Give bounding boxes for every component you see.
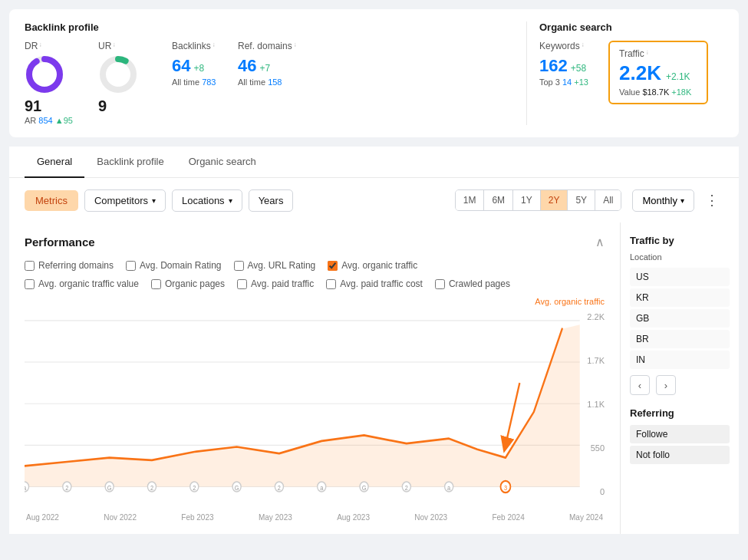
checkboxes-row-2: Avg. organic traffic value Organic pages… [25, 278, 605, 289]
traffic-value-sub: Value $18.7K +18K [619, 87, 697, 97]
ref-domains-value: 46 [238, 56, 256, 76]
ur-donut-chart [98, 54, 138, 94]
ref-domains-block: Ref. domains ⁱ 46 +7 All time 158 [238, 41, 296, 87]
organic-section: Organic search Keywords ⁱ 162 +58 Top 3 … [539, 21, 723, 125]
svg-text:2: 2 [405, 484, 409, 492]
time-6m-button[interactable]: 6M [484, 190, 513, 210]
cb-avg-organic-traffic-value[interactable]: Avg. organic traffic value [25, 278, 139, 289]
backlink-title: Backlink profile [25, 21, 296, 33]
time-5y-button[interactable]: 5Y [568, 190, 595, 210]
cb-avg-paid-traffic[interactable]: Avg. paid traffic [237, 278, 314, 289]
svg-text:2: 2 [193, 484, 196, 492]
time-2y-button[interactable]: 2Y [541, 190, 568, 210]
prev-location-button[interactable]: ‹ [630, 375, 650, 395]
controls-row: Metrics Competitors ▾ Locations ▾ Years … [9, 178, 739, 222]
backlinks-sub: All time 783 [172, 77, 226, 87]
right-panel: Traffic by Location US KR GB BR IN ‹ › R… [620, 222, 739, 534]
svg-text:3: 3 [504, 484, 508, 492]
monthly-button[interactable]: Monthly ▾ [632, 189, 694, 212]
main-area: Performance ∧ Referring domains Avg. Dom… [9, 222, 739, 534]
backlink-section: Backlink profile DR ⁱ 91 AR 85 [25, 21, 514, 125]
tab-general[interactable]: General [25, 147, 84, 178]
svg-text:2: 2 [65, 484, 69, 492]
ref-domains-info-icon: ⁱ [295, 42, 296, 51]
tabs-bar: General Backlink profile Organic search [9, 147, 739, 178]
time-1m-button[interactable]: 1M [456, 190, 485, 210]
dr-block: DR ⁱ 91 AR 854 ▲95 [25, 41, 86, 125]
competitors-button[interactable]: Competitors ▾ [84, 189, 166, 212]
svg-line-9 [506, 383, 519, 445]
svg-point-1 [29, 59, 60, 90]
organic-title: Organic search [539, 21, 723, 33]
cb-avg-organic-traffic[interactable]: Avg. organic traffic [328, 260, 417, 271]
svg-text:2: 2 [278, 484, 282, 492]
svg-text:2: 2 [150, 484, 154, 492]
ur-block: UR ⁱ 9 [98, 41, 160, 114]
backlinks-info-icon: ⁱ [213, 42, 215, 51]
location-us[interactable]: US [630, 268, 730, 286]
svg-text:G: G [235, 484, 239, 492]
locations-chevron-icon: ▾ [229, 196, 232, 205]
cb-avg-url-rating[interactable]: Avg. URL Rating [234, 260, 316, 271]
location-subtitle: Location [630, 252, 730, 262]
keywords-label: Keywords [539, 41, 580, 51]
cb-referring-domains[interactable]: Referring domains [25, 260, 114, 271]
svg-point-2 [103, 59, 133, 90]
svg-text:a: a [320, 484, 324, 492]
next-location-button[interactable]: › [656, 375, 676, 395]
referring-title: Referring [630, 407, 730, 419]
traffic-block: Traffic ⁱ 2.2K +2.1K Value $18.7K +18K [608, 41, 708, 104]
keywords-info-icon: ⁱ [582, 42, 584, 51]
divider [526, 21, 527, 125]
time-1y-button[interactable]: 1Y [513, 190, 541, 210]
ur-label: UR [98, 41, 111, 51]
keywords-block: Keywords ⁱ 162 +58 Top 3 14 +13 [539, 41, 593, 104]
ref-domains-sub: All time 158 [238, 77, 296, 87]
location-gb[interactable]: GB [630, 309, 730, 328]
ref-domains-delta: +7 [259, 63, 270, 74]
backlinks-value: 64 [172, 56, 190, 76]
referring-section: Referring Followe Not follo [630, 407, 730, 464]
ar-row: AR 854 ▲95 [25, 116, 73, 125]
ur-value: 9 [98, 97, 107, 114]
cb-organic-pages[interactable]: Organic pages [151, 278, 225, 289]
years-button[interactable]: Years [249, 189, 294, 212]
svg-text:G: G [362, 484, 367, 492]
checkboxes-row-1: Referring domains Avg. Domain Rating Avg… [25, 260, 605, 271]
location-kr[interactable]: KR [630, 288, 730, 307]
chart-avg-organic-label: Avg. organic traffic [25, 297, 605, 306]
dr-donut-chart [25, 54, 64, 94]
traffic-delta: +2.1K [666, 71, 690, 82]
referring-followed[interactable]: Followe [630, 425, 730, 443]
time-range-group: 1M 6M 1Y 2Y 5Y All [455, 189, 622, 211]
ar-label: AR [25, 116, 36, 125]
cb-avg-domain-rating[interactable]: Avg. Domain Rating [126, 260, 222, 271]
location-in[interactable]: IN [630, 351, 730, 369]
backlink-section-group: Backlink profile DR ⁱ 91 AR 85 [25, 21, 296, 125]
backlinks-delta: +8 [193, 63, 204, 74]
backlinks-block: Backlinks ⁱ 64 +8 All time 783 [172, 41, 226, 87]
dr-label: DR [25, 41, 38, 51]
performance-header: Performance ∧ [25, 235, 605, 249]
cb-avg-paid-traffic-cost[interactable]: Avg. paid traffic cost [326, 278, 423, 289]
traffic-label: Traffic [619, 48, 644, 59]
traffic-info-icon: ⁱ [647, 50, 648, 58]
metrics-button[interactable]: Metrics [25, 190, 78, 211]
monthly-chevron-icon: ▾ [680, 196, 684, 205]
cb-crawled-pages[interactable]: Crawled pages [435, 278, 510, 289]
traffic-by-title: Traffic by [630, 235, 730, 246]
svg-text:G: G [107, 484, 112, 492]
tab-backlink-profile[interactable]: Backlink profile [84, 147, 176, 178]
tab-organic-search[interactable]: Organic search [176, 147, 269, 178]
keywords-sub: Top 3 14 +13 [539, 77, 593, 87]
time-all-button[interactable]: All [595, 190, 621, 210]
top-metrics-card: Backlink profile DR ⁱ 91 AR 85 [9, 9, 739, 137]
performance-title: Performance [25, 236, 95, 249]
referring-not-followed[interactable]: Not follo [630, 446, 730, 464]
backlinks-label: Backlinks [172, 41, 211, 51]
location-br[interactable]: BR [630, 330, 730, 348]
more-options-button[interactable]: ⋮ [700, 189, 723, 212]
collapse-icon[interactable]: ∧ [595, 235, 605, 249]
location-nav-arrows: ‹ › [630, 375, 730, 395]
locations-button[interactable]: Locations ▾ [172, 189, 242, 212]
